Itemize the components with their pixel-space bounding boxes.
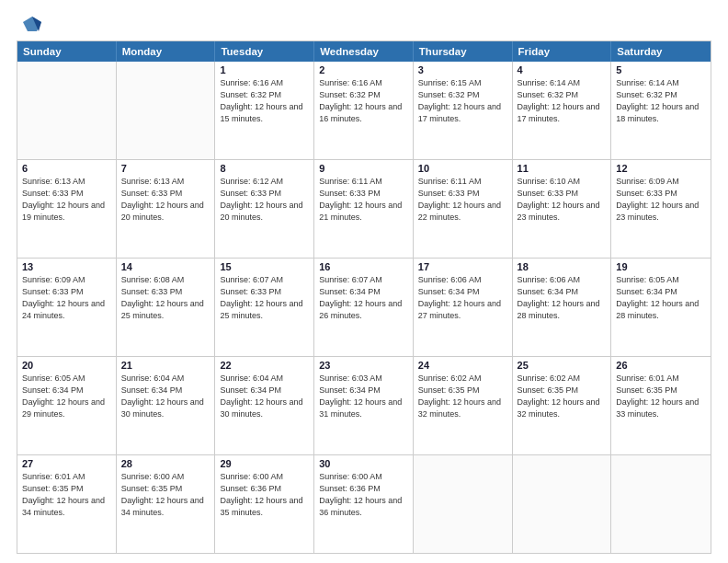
calendar-cell: 30Sunrise: 6:00 AMSunset: 6:36 PMDayligh… xyxy=(314,455,414,553)
calendar-cell: 8Sunrise: 6:12 AMSunset: 6:33 PMDaylight… xyxy=(215,160,314,258)
calendar-cell: 6Sunrise: 6:13 AMSunset: 6:33 PMDaylight… xyxy=(17,160,117,258)
page-header xyxy=(17,17,711,35)
calendar-cell: 27Sunrise: 6:01 AMSunset: 6:35 PMDayligh… xyxy=(17,455,117,553)
calendar-header-friday: Friday xyxy=(513,41,612,62)
calendar-header-saturday: Saturday xyxy=(611,41,711,62)
calendar-cell: 22Sunrise: 6:04 AMSunset: 6:34 PMDayligh… xyxy=(215,357,314,454)
day-info: Sunrise: 6:12 AMSunset: 6:33 PMDaylight:… xyxy=(220,176,309,224)
day-info: Sunrise: 6:00 AMSunset: 6:36 PMDaylight:… xyxy=(319,471,408,519)
calendar-week-1: 1Sunrise: 6:16 AMSunset: 6:32 PMDaylight… xyxy=(17,62,711,160)
calendar-header-tuesday: Tuesday xyxy=(215,41,314,62)
calendar-week-3: 13Sunrise: 6:09 AMSunset: 6:33 PMDayligh… xyxy=(17,259,711,357)
day-info: Sunrise: 6:14 AMSunset: 6:32 PMDaylight:… xyxy=(518,77,607,125)
calendar-cell: 16Sunrise: 6:07 AMSunset: 6:34 PMDayligh… xyxy=(314,259,414,356)
day-number: 30 xyxy=(319,458,408,469)
day-number: 2 xyxy=(319,64,408,75)
day-info: Sunrise: 6:09 AMSunset: 6:33 PMDaylight:… xyxy=(22,274,111,322)
calendar-cell: 20Sunrise: 6:05 AMSunset: 6:34 PMDayligh… xyxy=(17,357,117,454)
day-number: 24 xyxy=(418,360,507,371)
day-info: Sunrise: 6:04 AMSunset: 6:34 PMDaylight:… xyxy=(121,373,210,420)
day-number: 8 xyxy=(220,163,309,174)
calendar-cell: 28Sunrise: 6:00 AMSunset: 6:35 PMDayligh… xyxy=(117,455,216,553)
calendar: SundayMondayTuesdayWednesdayThursdayFrid… xyxy=(17,40,711,554)
day-info: Sunrise: 6:11 AMSunset: 6:33 PMDaylight:… xyxy=(319,176,408,224)
calendar-cell: 19Sunrise: 6:05 AMSunset: 6:34 PMDayligh… xyxy=(611,259,711,356)
calendar-header-sunday: Sunday xyxy=(17,41,117,62)
day-number: 9 xyxy=(319,163,408,174)
calendar-header-monday: Monday xyxy=(117,41,216,62)
calendar-cell: 4Sunrise: 6:14 AMSunset: 6:32 PMDaylight… xyxy=(513,62,612,159)
calendar-cell: 12Sunrise: 6:09 AMSunset: 6:33 PMDayligh… xyxy=(611,160,711,258)
calendar-cell: 13Sunrise: 6:09 AMSunset: 6:33 PMDayligh… xyxy=(17,259,117,356)
day-info: Sunrise: 6:13 AMSunset: 6:33 PMDaylight:… xyxy=(22,176,111,224)
day-info: Sunrise: 6:10 AMSunset: 6:33 PMDaylight:… xyxy=(518,176,607,224)
day-info: Sunrise: 6:04 AMSunset: 6:34 PMDaylight:… xyxy=(220,373,309,420)
calendar-cell: 5Sunrise: 6:14 AMSunset: 6:32 PMDaylight… xyxy=(611,62,711,159)
day-info: Sunrise: 6:16 AMSunset: 6:32 PMDaylight:… xyxy=(319,77,408,125)
day-number: 18 xyxy=(518,261,607,272)
day-info: Sunrise: 6:01 AMSunset: 6:35 PMDaylight:… xyxy=(616,373,706,420)
day-info: Sunrise: 6:02 AMSunset: 6:35 PMDaylight:… xyxy=(418,373,507,420)
calendar-cell: 25Sunrise: 6:02 AMSunset: 6:35 PMDayligh… xyxy=(513,357,612,454)
day-number: 4 xyxy=(518,64,607,75)
calendar-cell: 9Sunrise: 6:11 AMSunset: 6:33 PMDaylight… xyxy=(314,160,414,258)
day-info: Sunrise: 6:06 AMSunset: 6:34 PMDaylight:… xyxy=(418,274,507,322)
calendar-cell: 14Sunrise: 6:08 AMSunset: 6:33 PMDayligh… xyxy=(117,259,216,356)
day-number: 17 xyxy=(418,261,507,272)
calendar-header-row: SundayMondayTuesdayWednesdayThursdayFrid… xyxy=(17,41,711,62)
calendar-cell: 3Sunrise: 6:15 AMSunset: 6:32 PMDaylight… xyxy=(414,62,513,159)
calendar-week-4: 20Sunrise: 6:05 AMSunset: 6:34 PMDayligh… xyxy=(17,357,711,455)
calendar-cell: 23Sunrise: 6:03 AMSunset: 6:34 PMDayligh… xyxy=(314,357,414,454)
day-info: Sunrise: 6:13 AMSunset: 6:33 PMDaylight:… xyxy=(121,176,210,224)
day-number: 10 xyxy=(418,163,507,174)
calendar-cell: 15Sunrise: 6:07 AMSunset: 6:33 PMDayligh… xyxy=(215,259,314,356)
calendar-cell: 1Sunrise: 6:16 AMSunset: 6:32 PMDaylight… xyxy=(215,62,314,159)
calendar-cell: 24Sunrise: 6:02 AMSunset: 6:35 PMDayligh… xyxy=(414,357,513,454)
day-number: 16 xyxy=(319,261,408,272)
day-number: 3 xyxy=(418,64,507,75)
calendar-cell: 17Sunrise: 6:06 AMSunset: 6:34 PMDayligh… xyxy=(414,259,513,356)
day-number: 15 xyxy=(220,261,309,272)
day-info: Sunrise: 6:00 AMSunset: 6:36 PMDaylight:… xyxy=(220,471,309,519)
calendar-body: 1Sunrise: 6:16 AMSunset: 6:32 PMDaylight… xyxy=(17,62,711,553)
day-info: Sunrise: 6:11 AMSunset: 6:33 PMDaylight:… xyxy=(418,176,507,224)
calendar-cell xyxy=(611,455,711,553)
calendar-cell: 2Sunrise: 6:16 AMSunset: 6:32 PMDaylight… xyxy=(314,62,414,159)
calendar-cell: 7Sunrise: 6:13 AMSunset: 6:33 PMDaylight… xyxy=(117,160,216,258)
calendar-header-thursday: Thursday xyxy=(414,41,513,62)
calendar-cell: 26Sunrise: 6:01 AMSunset: 6:35 PMDayligh… xyxy=(611,357,711,454)
day-number: 21 xyxy=(121,360,210,371)
day-info: Sunrise: 6:07 AMSunset: 6:33 PMDaylight:… xyxy=(220,274,309,322)
calendar-cell xyxy=(117,62,216,159)
day-info: Sunrise: 6:06 AMSunset: 6:34 PMDaylight:… xyxy=(518,274,607,322)
day-number: 28 xyxy=(121,458,210,469)
day-info: Sunrise: 6:14 AMSunset: 6:32 PMDaylight:… xyxy=(616,77,706,125)
day-number: 13 xyxy=(22,261,111,272)
calendar-cell: 10Sunrise: 6:11 AMSunset: 6:33 PMDayligh… xyxy=(414,160,513,258)
day-number: 14 xyxy=(121,261,210,272)
calendar-cell: 11Sunrise: 6:10 AMSunset: 6:33 PMDayligh… xyxy=(513,160,612,258)
day-info: Sunrise: 6:15 AMSunset: 6:32 PMDaylight:… xyxy=(418,77,507,125)
day-info: Sunrise: 6:07 AMSunset: 6:34 PMDaylight:… xyxy=(319,274,408,322)
day-number: 19 xyxy=(616,261,706,272)
day-number: 25 xyxy=(518,360,607,371)
day-number: 7 xyxy=(121,163,210,174)
calendar-cell: 21Sunrise: 6:04 AMSunset: 6:34 PMDayligh… xyxy=(117,357,216,454)
day-number: 23 xyxy=(319,360,408,371)
day-info: Sunrise: 6:00 AMSunset: 6:35 PMDaylight:… xyxy=(121,471,210,519)
day-number: 11 xyxy=(518,163,607,174)
day-info: Sunrise: 6:08 AMSunset: 6:33 PMDaylight:… xyxy=(121,274,210,322)
day-number: 12 xyxy=(616,163,706,174)
day-info: Sunrise: 6:16 AMSunset: 6:32 PMDaylight:… xyxy=(220,77,309,125)
day-number: 20 xyxy=(22,360,111,371)
day-number: 29 xyxy=(220,458,309,469)
day-number: 5 xyxy=(616,64,706,75)
calendar-cell xyxy=(17,62,117,159)
calendar-week-5: 27Sunrise: 6:01 AMSunset: 6:35 PMDayligh… xyxy=(17,455,711,553)
day-info: Sunrise: 6:05 AMSunset: 6:34 PMDaylight:… xyxy=(22,373,111,420)
calendar-cell: 29Sunrise: 6:00 AMSunset: 6:36 PMDayligh… xyxy=(215,455,314,553)
day-info: Sunrise: 6:09 AMSunset: 6:33 PMDaylight:… xyxy=(616,176,706,224)
day-number: 6 xyxy=(22,163,111,174)
day-number: 1 xyxy=(220,64,309,75)
day-info: Sunrise: 6:02 AMSunset: 6:35 PMDaylight:… xyxy=(518,373,607,420)
